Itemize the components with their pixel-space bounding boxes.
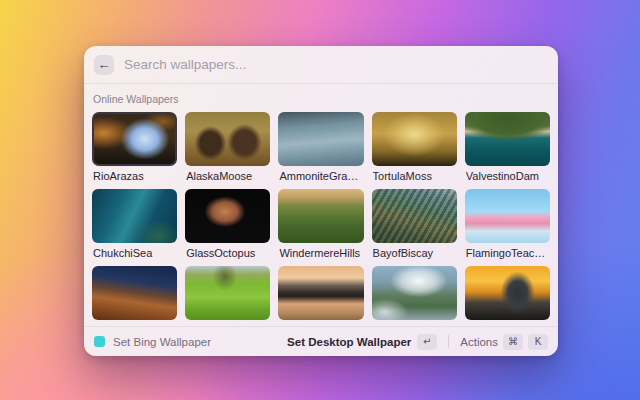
wallpaper-name: WindermereHills	[279, 247, 363, 259]
wallpaper-thumbnail[interactable]	[372, 112, 457, 166]
wallpaper-thumbnail[interactable]	[372, 266, 457, 320]
wallpaper-item: GlassOctopus	[185, 189, 270, 259]
back-arrow-icon: ←	[98, 57, 111, 72]
wallpaper-name: BayofBiscay	[373, 247, 457, 259]
wallpaper-name: RioArazas	[93, 170, 177, 182]
wallpaper-thumbnail[interactable]	[92, 189, 177, 243]
wallpaper-thumbnail[interactable]	[92, 112, 177, 166]
results-area: Online Wallpapers RioArazasAlaskaMooseAm…	[84, 84, 558, 326]
wallpaper-name: ChukchiSea	[93, 247, 177, 259]
set-desktop-wallpaper-button[interactable]: Set Desktop Wallpaper ↵	[287, 334, 437, 350]
footer-divider	[448, 335, 449, 348]
back-button[interactable]: ←	[94, 55, 114, 75]
section-title: Online Wallpapers	[93, 93, 550, 105]
actions-label: Actions	[460, 336, 498, 348]
wallpaper-item: FlamingoTeacher	[465, 189, 550, 259]
wallpaper-name: AmmoniteGraveyard	[279, 170, 363, 182]
wallpaper-grid: RioArazasAlaskaMooseAmmoniteGraveyardTor…	[92, 112, 550, 326]
wallpaper-search-window: ← Online Wallpapers RioArazasAlaskaMoose…	[84, 46, 558, 356]
wallpaper-thumbnail[interactable]	[185, 112, 270, 166]
wallpaper-thumbnail[interactable]	[278, 189, 363, 243]
primary-action-label: Set Desktop Wallpaper	[287, 336, 411, 348]
command-key-icon: ⌘	[503, 334, 523, 350]
wallpaper-item: EubalaenaAustralis	[465, 266, 550, 326]
wallpaper-name: ValvestinoDam	[466, 170, 550, 182]
wallpaper-name: FlamingoTeacher	[466, 247, 550, 259]
wallpaper-thumbnail[interactable]	[278, 266, 363, 320]
wallpaper-item: BridalVeilFalls	[372, 266, 457, 326]
wallpaper-thumbnail[interactable]	[372, 189, 457, 243]
wallpaper-item: AlaskaMoose	[185, 112, 270, 182]
extension-label: Set Bing Wallpaper	[113, 336, 211, 348]
wallpaper-thumbnail[interactable]	[465, 189, 550, 243]
extension-icon	[94, 336, 105, 347]
wallpaper-item: TortulaMoss	[372, 112, 457, 182]
desktop-background: { "window": { "search": { "placeholder":…	[0, 0, 640, 400]
wallpaper-item: CosmicCliffs	[92, 266, 177, 326]
wallpaper-name: GlassOctopus	[186, 247, 270, 259]
wallpaper-item: RioArazas	[92, 112, 177, 182]
wallpaper-thumbnail[interactable]	[185, 189, 270, 243]
wallpaper-item: ChukchiSea	[92, 189, 177, 259]
return-key-icon: ↵	[417, 334, 437, 350]
actions-button[interactable]: Actions ⌘ K	[460, 334, 548, 350]
wallpaper-item: FairyGlen	[185, 266, 270, 326]
wallpaper-item: ValvestinoDam	[465, 112, 550, 182]
wallpaper-item: WindermereHills	[278, 189, 363, 259]
wallpaper-thumbnail[interactable]	[185, 266, 270, 320]
footer-bar: Set Bing Wallpaper Set Desktop Wallpaper…	[84, 326, 558, 356]
search-bar: ←	[84, 46, 558, 84]
search-input[interactable]	[124, 57, 548, 72]
k-key-icon: K	[528, 334, 548, 350]
wallpaper-item: AmmoniteGraveyard	[278, 112, 363, 182]
wallpaper-thumbnail[interactable]	[92, 266, 177, 320]
wallpaper-thumbnail[interactable]	[465, 112, 550, 166]
wallpaper-name: AlaskaMoose	[186, 170, 270, 182]
wallpaper-name: TortulaMoss	[373, 170, 457, 182]
wallpaper-thumbnail[interactable]	[465, 266, 550, 320]
wallpaper-thumbnail[interactable]	[278, 112, 363, 166]
wallpaper-item: LacChesserys	[278, 266, 363, 326]
wallpaper-item: BayofBiscay	[372, 189, 457, 259]
